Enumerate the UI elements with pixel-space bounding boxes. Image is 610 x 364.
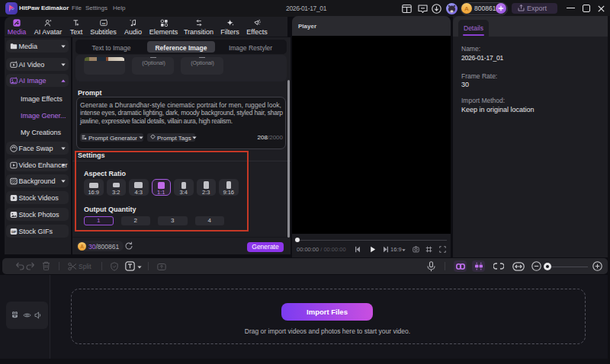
svg-text:cc: cc bbox=[101, 21, 105, 24]
svg-text:A: A bbox=[464, 5, 469, 12]
svg-text:GIF: GIF bbox=[11, 231, 16, 234]
svg-text:A: A bbox=[80, 244, 84, 249]
